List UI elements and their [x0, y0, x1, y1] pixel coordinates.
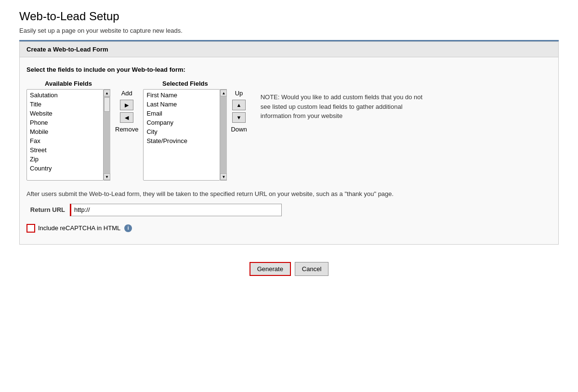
cancel-button[interactable]: Cancel — [295, 262, 328, 276]
scroll-thumb — [104, 97, 110, 112]
scroll-up-arrow[interactable]: ▲ — [104, 90, 110, 96]
up-button[interactable]: ▲ — [232, 100, 246, 110]
return-url-input[interactable] — [70, 204, 282, 216]
selected-fields-list[interactable]: First Name Last Name Email Company City … — [143, 89, 220, 181]
selected-fields-label: Selected Fields — [162, 80, 208, 87]
selected-fields-section: Selected Fields First Name Last Name Ema… — [143, 80, 227, 181]
up-down-col: Up ▲ ▼ Down — [227, 90, 250, 133]
captcha-checkbox[interactable] — [26, 224, 35, 233]
up-label: Up — [235, 90, 243, 97]
remove-button[interactable]: ◀ — [120, 112, 133, 123]
add-remove-col: Add ▶ ◀ Remove — [110, 90, 143, 133]
note-col: NOTE: Would you like to add custom field… — [261, 80, 424, 121]
add-button[interactable]: ▶ — [120, 100, 133, 110]
captcha-label: Include reCAPTCHA in HTML — [38, 224, 120, 232]
selected-scroll-up-arrow[interactable]: ▲ — [220, 90, 227, 96]
scroll-track — [104, 96, 110, 173]
add-label: Add — [121, 90, 132, 97]
return-url-row: Return URL — [26, 204, 552, 216]
section-header: Create a Web-to-Lead Form — [20, 42, 558, 57]
page-title: Web-to-Lead Setup — [19, 10, 559, 23]
available-fields-section: Available Fields Salutation Title Websit… — [26, 80, 110, 181]
return-url-label: Return URL — [26, 205, 65, 215]
selected-scroll-down-arrow[interactable]: ▼ — [220, 173, 227, 180]
captcha-row: Include reCAPTCHA in HTML i — [26, 224, 552, 233]
section-body: Select the fields to include on your Web… — [20, 57, 558, 244]
generate-button[interactable]: Generate — [250, 262, 291, 276]
page-wrapper: Web-to-Lead Setup Easily set up a page o… — [10, 0, 568, 295]
scroll-down-arrow[interactable]: ▼ — [104, 173, 110, 180]
fields-container: Available Fields Salutation Title Websit… — [26, 80, 552, 181]
down-button[interactable]: ▼ — [232, 112, 246, 123]
available-fields-list[interactable]: Salutation Title Website Phone Mobile Fa… — [26, 89, 104, 181]
available-fields-label: Available Fields — [45, 80, 92, 87]
info-icon[interactable]: i — [124, 224, 132, 232]
return-url-section: After users submit the Web-to-Lead form,… — [26, 189, 552, 216]
buttons-row: Generate Cancel — [19, 262, 559, 286]
selected-scrollbar: ▲ ▼ — [220, 89, 227, 181]
section-box: Create a Web-to-Lead Form Select the fie… — [19, 41, 559, 245]
return-url-desc: After users submit the Web-to-Lead form,… — [26, 189, 552, 199]
fields-label: Select the fields to include on your Web… — [26, 66, 552, 73]
selected-scroll-track — [220, 96, 227, 173]
remove-label: Remove — [115, 126, 138, 133]
page-subtitle: Easily set up a page on your website to … — [19, 27, 559, 34]
available-scrollbar: ▲ ▼ — [104, 89, 110, 181]
down-label: Down — [231, 126, 247, 133]
